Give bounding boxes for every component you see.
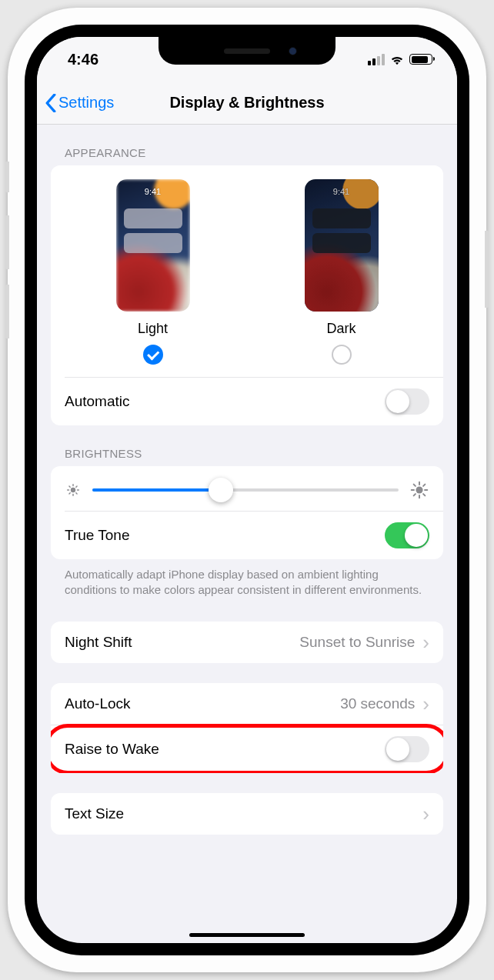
- chevron-right-icon: ›: [422, 694, 429, 714]
- night-shift-row[interactable]: Night Shift Sunset to Sunrise ›: [51, 622, 443, 663]
- svg-line-7: [69, 493, 70, 494]
- volume-up-button: [5, 215, 9, 269]
- true-tone-toggle[interactable]: [385, 522, 429, 548]
- brightness-slider[interactable]: [92, 488, 399, 492]
- automatic-label: Automatic: [65, 393, 129, 410]
- dark-label: Dark: [256, 321, 426, 337]
- appearance-section-label: APPEARANCE: [51, 125, 443, 165]
- svg-line-14: [414, 485, 416, 486]
- true-tone-label: True Tone: [65, 527, 130, 544]
- back-label: Settings: [58, 94, 114, 112]
- brightness-slider-row: [51, 466, 443, 511]
- device-frame: 4:46 Settings: [8, 8, 486, 972]
- mute-switch: [5, 162, 9, 192]
- raise-to-wake-row: Raise to Wake: [51, 725, 443, 773]
- appearance-option-light[interactable]: 9:41 Light: [68, 179, 238, 365]
- light-label: Light: [68, 321, 238, 337]
- text-size-row[interactable]: Text Size ›: [51, 793, 443, 835]
- dark-unselected-circle-icon: [332, 345, 352, 365]
- night-shift-group: Night Shift Sunset to Sunrise ›: [51, 622, 443, 663]
- navigation-bar: Settings Display & Brightness: [37, 82, 457, 125]
- raise-to-wake-toggle[interactable]: [385, 736, 429, 762]
- auto-lock-value: 30 seconds: [340, 695, 415, 712]
- sun-max-icon: [409, 480, 429, 500]
- appearance-group: 9:41 Light 9:41 Dar: [51, 165, 443, 425]
- notch: [159, 37, 335, 65]
- automatic-toggle[interactable]: [385, 388, 429, 415]
- battery-icon: [409, 54, 432, 65]
- svg-line-15: [423, 494, 425, 495]
- svg-line-5: [69, 486, 70, 487]
- home-indicator[interactable]: [189, 933, 305, 937]
- chevron-right-icon: ›: [422, 632, 429, 652]
- night-shift-label: Night Shift: [65, 634, 132, 651]
- wifi-icon: [389, 54, 405, 65]
- svg-line-16: [414, 494, 416, 495]
- lock-group: Auto-Lock 30 seconds › Raise to Wake: [51, 683, 443, 773]
- true-tone-footer: Automatically adapt iPhone display based…: [51, 559, 443, 602]
- back-button[interactable]: Settings: [37, 94, 114, 112]
- screen: 4:46 Settings: [37, 37, 457, 943]
- svg-line-8: [76, 486, 77, 487]
- auto-lock-row[interactable]: Auto-Lock 30 seconds ›: [51, 683, 443, 725]
- status-time: 4:46: [68, 51, 98, 68]
- side-button: [485, 231, 489, 308]
- brightness-group: True Tone: [51, 466, 443, 559]
- raise-to-wake-label: Raise to Wake: [65, 741, 159, 758]
- brightness-section-label: BRIGHTNESS: [51, 425, 443, 466]
- svg-point-9: [416, 486, 422, 493]
- text-group: Text Size ›: [51, 793, 443, 835]
- dark-preview-icon: 9:41: [305, 179, 379, 312]
- page-title: Display & Brightness: [169, 94, 324, 112]
- sun-min-icon: [65, 482, 82, 498]
- svg-line-6: [76, 493, 77, 494]
- volume-down-button: [5, 285, 9, 338]
- light-preview-icon: 9:41: [116, 179, 190, 312]
- svg-line-17: [423, 485, 425, 486]
- night-shift-value: Sunset to Sunrise: [299, 634, 415, 651]
- light-selected-check-icon: [143, 345, 163, 365]
- text-size-label: Text Size: [65, 805, 124, 822]
- chevron-left-icon: [45, 94, 57, 112]
- svg-point-0: [71, 488, 75, 492]
- auto-lock-label: Auto-Lock: [65, 695, 131, 712]
- cellular-signal-icon: [368, 54, 385, 65]
- chevron-right-icon: ›: [422, 804, 429, 824]
- appearance-option-dark[interactable]: 9:41 Dark: [256, 179, 426, 365]
